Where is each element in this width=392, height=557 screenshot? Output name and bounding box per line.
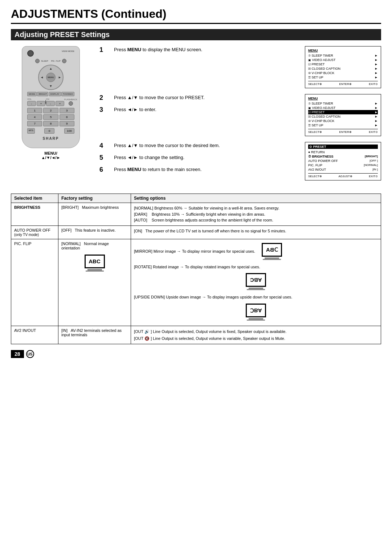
menu-bottom-2: SELECT⊕ENTER⊕EXIT⊙ xyxy=(308,129,378,134)
preset-pic-flip: PIC. FLIP[NORMAL] xyxy=(308,163,378,167)
factory-av2: [IN] AV-IN2 terminals selected as input … xyxy=(58,326,131,344)
numpad: 1 2 3 4 5 6 7 8 9 xyxy=(27,108,74,126)
tv-mirror-illustration: ƆBA xyxy=(262,243,282,260)
num-5[interactable]: 5 xyxy=(43,114,58,120)
section-title: Adjusting PRESET Settings xyxy=(11,29,381,40)
options-av2: [OUT 🔊 ] Line Output is selected, Output… xyxy=(131,326,381,344)
header-options: Setting options xyxy=(131,194,381,203)
factory-brightness: [BRIGHT] Maximum brightness xyxy=(58,203,131,226)
num-0[interactable]: 0 xyxy=(44,128,54,134)
table-row-av2: AV2 IN/OUT [IN] AV-IN2 terminals selecte… xyxy=(11,326,381,344)
vol-up[interactable]: + xyxy=(37,101,45,106)
tv-rotate-illustration: ABC xyxy=(246,273,266,290)
preset-auto-power: AUTO POWER OFF[OFF ] xyxy=(308,159,378,163)
step-6-text: Press MENU to return to the main screen. xyxy=(114,166,201,173)
mode-button[interactable]: MODE xyxy=(27,92,37,96)
menu-item-sleep-2: ⑦ SLEEP TIMER► xyxy=(308,101,378,106)
num-9[interactable]: 9 xyxy=(60,121,74,126)
num-2[interactable]: 2 xyxy=(43,108,58,113)
menu-screen-2: MENU ⑦ SLEEP TIMER► ▣ VIDEO ADJUST► ☑ PR… xyxy=(305,94,381,136)
flashback-button[interactable] xyxy=(69,101,73,106)
nav-right-arrow: ► xyxy=(58,76,61,79)
options-auto-power: [ON] The power of the LCD TV set is turn… xyxy=(131,225,381,239)
menu-item-vchip-1: ⑩ V-CHIP BLOCK► xyxy=(308,71,378,75)
item-pic-flip: PIC. FLIP xyxy=(11,239,58,326)
num-3[interactable]: 3 xyxy=(60,108,74,113)
vol-down[interactable]: - xyxy=(27,101,36,106)
num-100[interactable]: 100 xyxy=(64,128,74,134)
preset-bottom: SELECT⊕ADJUST⊕EXIT⊙ xyxy=(308,173,378,178)
step-6-num: 6 xyxy=(99,166,108,174)
step-2: 2 Press ▲/▼ to move the cursor to PRESET… xyxy=(99,94,299,102)
nav-down-arrow: ▼ xyxy=(49,84,53,88)
step-456-content: 4 Press ▲/▼ to move the cursor to the de… xyxy=(99,142,299,180)
num-1[interactable]: 1 xyxy=(27,108,42,113)
preset-return: ● RETURN xyxy=(308,150,378,154)
sleep-button[interactable] xyxy=(35,59,40,63)
tvvideo-button[interactable]: TV/VIDEO xyxy=(61,92,74,96)
table-row-pic-flip: PIC. FLIP [NORMAL] Normal image orientat… xyxy=(11,239,381,326)
options-brightness: [NORMAL] Brightness 60% → Suitable for v… xyxy=(131,203,381,226)
step-3: 3 Press ◄/► to enter. xyxy=(99,106,299,114)
menu-item-setup-2: ☰ SET UP► xyxy=(308,123,378,127)
menu-item-video-1: ▣ VIDEO ADJUST► xyxy=(308,58,378,62)
menu-item-sleep-1: ⑦ SLEEP TIMER► xyxy=(308,53,378,58)
step-4-num: 4 xyxy=(99,142,108,150)
step-5-num: 5 xyxy=(99,154,108,162)
right-column: 1 Press MENU to display the MENU screen.… xyxy=(99,46,381,186)
step-3-text: Press ◄/► to enter. xyxy=(114,106,156,113)
preset-av2: AV2 IN/OUT[IN ] xyxy=(308,167,378,172)
table-row-brightness: BRIGHTNESS [BRIGHT] Maximum brightness [… xyxy=(11,203,381,226)
ch-down[interactable]: - xyxy=(46,101,55,106)
header-item: Selected item xyxy=(11,194,58,203)
step-23-content: 2 Press ▲/▼ to move the cursor to PRESET… xyxy=(99,94,299,136)
preset-brightness: ⑦ BRIGHTNESS[BRIGHT] xyxy=(308,154,378,159)
menu-key-label: MENU/ ▲/▼/◄/► xyxy=(11,151,91,160)
preset-title: ⊙ PRESET xyxy=(308,145,378,149)
step-6: 6 Press MENU to return to the main scree… xyxy=(99,166,299,174)
brand-label: SHARP xyxy=(27,137,74,141)
factory-auto-power: [OFF] This feature is inactive. xyxy=(58,225,131,239)
menu-screen-1: MENU ⑦ SLEEP TIMER► ▣ VIDEO ADJUST► ☑ PR… xyxy=(305,46,381,88)
display-button[interactable]: DISPLAY xyxy=(49,92,61,96)
menu-item-preset-2-selected: ☑ PRESET► xyxy=(308,110,378,114)
step-1-content: 1 Press MENU to display the MENU screen. xyxy=(99,46,299,88)
step-5: 5 Press ◄/► to change the setting. xyxy=(99,154,299,162)
nav-up-arrow: ▲ xyxy=(49,67,53,70)
nav-pad[interactable]: ▲ ▼ ◄ ► MENU xyxy=(38,65,64,90)
page-number: 28 xyxy=(11,350,24,358)
menu-item-cc-1: ☒ CLOSED CAPTION► xyxy=(308,66,378,71)
menu-item-setup-1: ☰ SET UP► xyxy=(308,75,378,80)
mts-button[interactable]: MTS xyxy=(27,128,35,134)
tv-normal-illustration: ABC xyxy=(85,255,105,272)
bright-button[interactable]: BRIGHT xyxy=(37,92,48,96)
step-3-num: 3 xyxy=(99,106,108,114)
settings-table: Selected item Factory setting Setting op… xyxy=(11,194,381,344)
remote-top: VIEW MODE xyxy=(27,50,74,57)
num-8[interactable]: 8 xyxy=(43,121,58,126)
pic-flip-button[interactable] xyxy=(62,59,66,63)
menu-bottom-1: SELECT⊕ENTER⊕EXIT⊙ xyxy=(308,81,378,86)
ch-up[interactable]: + xyxy=(56,101,64,106)
options-pic-flip: [MIRROR] Mirror image → To display mirro… xyxy=(131,239,381,326)
menu-item-preset-1: ☑ PRESET► xyxy=(308,62,378,66)
power-button[interactable] xyxy=(27,50,34,57)
menu-item-cc-2: ☒ CLOSED CAPTION► xyxy=(308,114,378,119)
step-456-row: 4 Press ▲/▼ to move the cursor to the de… xyxy=(99,142,381,180)
mode-row: MODE BRIGHT DISPLAY TV/VIDEO xyxy=(27,92,74,96)
locale-badge: US xyxy=(26,350,34,358)
menu-item-vchip-2: ⑩ V-CHIP BLOCK► xyxy=(308,119,378,123)
step-1-num: 1 xyxy=(99,46,108,54)
step-5-text: Press ◄/► to change the setting. xyxy=(114,154,184,161)
step-1: 1 Press MENU to display the MENU screen. xyxy=(99,46,299,54)
step-1-text: Press MENU to display the MENU screen. xyxy=(114,46,202,53)
menu-center-button[interactable]: MENU xyxy=(46,73,56,82)
top-circle-buttons: SLEEP PIC. FLIP xyxy=(27,59,74,63)
menu-item-video-2: ▣ VIDEO ADJUST► xyxy=(308,106,378,110)
num-7[interactable]: 7 xyxy=(27,121,42,126)
num-4[interactable]: 4 xyxy=(27,114,42,120)
num-6[interactable]: 6 xyxy=(60,114,74,120)
step-4: 4 Press ▲/▼ to move the cursor to the de… xyxy=(99,142,299,150)
main-title: ADJUSTMENTS (Continued) xyxy=(11,7,381,24)
viewmode-label: VIEW MODE xyxy=(62,50,74,52)
